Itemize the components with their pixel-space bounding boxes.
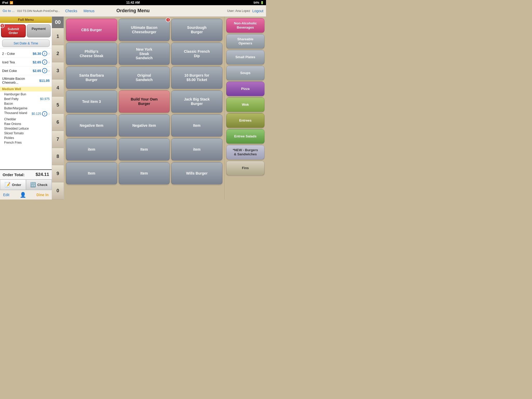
- order-total-bar: Order Total: $24.11: [0, 169, 52, 179]
- order-item-name: 2 - Coke: [2, 52, 15, 56]
- category-shareable[interactable]: ShareableOpeners: [226, 34, 264, 49]
- order-tab[interactable]: 📝 Order: [0, 179, 26, 190]
- menu-item-french-dip[interactable]: Classic FrenchDip: [171, 43, 222, 65]
- modifier-item: Thousand Island $0.125 i ›: [0, 111, 52, 117]
- category-small-plates[interactable]: Small Plates: [226, 50, 264, 64]
- battery-icon: 🔋: [260, 1, 264, 4]
- numpad-6[interactable]: 6: [52, 114, 64, 131]
- menu-item-original-sandwich[interactable]: OriginalSandwich: [119, 66, 170, 89]
- action-buttons: 5 Submit Order Payment: [0, 23, 52, 39]
- menu-item-negative-item[interactable]: Negative Item: [66, 114, 117, 137]
- order-item-row: Diet Coke $2.65 i ›: [0, 66, 52, 75]
- chevron-right-icon: ›: [48, 112, 50, 116]
- order-tab-icon: 📝: [5, 182, 10, 188]
- order-items-list: 2 - Coke $6.30 i › Iced Tea $2.65 i › Di…: [0, 48, 52, 169]
- menu-item-phillips[interactable]: Phillip'sCheese Steak: [66, 43, 117, 65]
- menu-row-3: Santa BarbaraBurger OriginalSandwich 10 …: [66, 66, 222, 89]
- check-tab[interactable]: 🔢 Check: [26, 179, 52, 190]
- modifier-item: Cheddar: [0, 117, 52, 122]
- menu-item-item-3[interactable]: Item: [119, 138, 170, 161]
- numpad-4[interactable]: 4: [52, 79, 64, 97]
- goto-button[interactable]: Go to ...: [3, 9, 15, 13]
- order-item-price: $2.65: [33, 60, 41, 64]
- numpad-2[interactable]: 2: [52, 45, 64, 62]
- modifier-item: Pickles: [0, 136, 52, 140]
- left-footer: Edit 👤 Dine In: [0, 190, 52, 200]
- category-wok[interactable]: Wok: [226, 97, 264, 112]
- menu-item-item-1[interactable]: Item: [171, 114, 222, 137]
- order-item-row: Iced Tea $2.65 i ›: [0, 58, 52, 66]
- logout-button[interactable]: Logout: [252, 9, 263, 13]
- menu-row-6: item Item item: [66, 138, 222, 161]
- menu-grid: CBS Burger Ultimate BaconCheeseburger 1 …: [64, 17, 224, 200]
- menu-item-test-item-3[interactable]: Test item 3: [66, 90, 117, 113]
- modifier-item: Bacon: [0, 101, 52, 106]
- menu-item-10-burgers[interactable]: 10 Burgers for$5.00 Ticket: [171, 66, 222, 89]
- menu-item-jack-big-stack[interactable]: Jack Big StackBurger: [171, 90, 222, 113]
- modifier-item: Hamburger Bun: [0, 92, 52, 97]
- order-total-amount: $24.11: [36, 172, 49, 177]
- numpad-9[interactable]: 9: [52, 165, 64, 182]
- numpad-display: 00: [52, 17, 64, 28]
- bottom-tabs: 📝 Order 🔢 Check: [0, 179, 52, 190]
- menu-item-item-5[interactable]: Item: [66, 162, 117, 184]
- menu-item-santa-barbara[interactable]: Santa BarbaraBurger: [66, 66, 117, 89]
- submit-order-button[interactable]: 5 Submit Order: [1, 24, 26, 37]
- left-panel: Full Menu 5 Submit Order Payment Set Dat…: [0, 17, 52, 200]
- category-entrees[interactable]: Entrees: [226, 113, 264, 128]
- modifier-item: Butter/Margarine: [0, 106, 52, 111]
- order-total-label: Order Total:: [3, 172, 25, 177]
- menu-item-ultimate-bacon[interactable]: Ultimate BaconCheeseburger 1: [119, 19, 170, 41]
- order-item-price: $11.05: [39, 79, 50, 83]
- numpad-5[interactable]: 5: [52, 97, 64, 114]
- menu-item-cbs-burger[interactable]: CBS Burger: [66, 19, 117, 41]
- status-bar: iPad 📶 11:42 AM 54% 🔋: [0, 0, 266, 5]
- menu-item-wills-burger[interactable]: Wills Burger: [171, 162, 222, 184]
- menu-item-sourdough[interactable]: SourdoughBurger: [171, 19, 222, 41]
- nav-info-label: 010 TS DIN NoAuth PrintOnPay...: [17, 9, 60, 12]
- menu-item-item-6[interactable]: Item: [119, 162, 170, 184]
- numpad-7[interactable]: 7: [52, 131, 64, 148]
- category-entree-salads[interactable]: Entree Salads: [226, 129, 264, 144]
- order-item-row: Ultimate Bacon Cheeseb... $11.05: [0, 75, 52, 86]
- order-item-name: Diet Coke: [2, 69, 17, 73]
- menu-item-newyork[interactable]: New YorkSteakSandwich: [119, 43, 170, 65]
- menu-row-2: Phillip'sCheese Steak New YorkSteakSandw…: [66, 43, 222, 65]
- person-icon[interactable]: 👤: [20, 192, 26, 198]
- category-new-burgers[interactable]: *NEW - Burgers& Sandwiches: [226, 145, 264, 159]
- info-button[interactable]: i: [42, 51, 47, 56]
- numpad-0[interactable]: 0: [52, 182, 64, 200]
- edit-button[interactable]: Edit: [3, 193, 9, 197]
- dine-in-button[interactable]: Dine In: [36, 193, 49, 197]
- numpad-1[interactable]: 1: [52, 28, 64, 45]
- menu-item-build-your-own[interactable]: Build Your OwnBurger: [119, 90, 170, 113]
- time-display: 11:42 AM: [126, 1, 140, 4]
- battery-label: 54%: [254, 1, 259, 4]
- modifier-label: Medium Well: [0, 87, 52, 91]
- numpad-3[interactable]: 3: [52, 62, 64, 79]
- menu-item-negative-item-2[interactable]: Negative item: [119, 114, 170, 137]
- info-button[interactable]: i: [42, 111, 47, 116]
- category-pizza[interactable]: Pizza: [226, 82, 264, 96]
- menu-item-item-4[interactable]: item: [171, 138, 222, 161]
- chevron-right-icon: ›: [48, 60, 50, 64]
- order-item-price: $6.30: [33, 52, 41, 56]
- payment-button[interactable]: Payment: [27, 24, 51, 37]
- menu-item-item-2[interactable]: item: [66, 138, 117, 161]
- info-button[interactable]: i: [42, 59, 47, 65]
- info-button[interactable]: i: [42, 68, 47, 73]
- chevron-right-icon: ›: [48, 69, 50, 73]
- chevron-right-icon: ›: [48, 51, 50, 56]
- numpad-8[interactable]: 8: [52, 148, 64, 165]
- category-soups[interactable]: Soups: [226, 66, 264, 80]
- modifier-item: Sliced Tomato: [0, 131, 52, 136]
- set-datetime-button[interactable]: Set Date & Time: [2, 39, 50, 47]
- full-menu-label: Full Menu: [0, 17, 52, 23]
- checks-button[interactable]: Checks: [65, 9, 77, 13]
- menu-row-1: CBS Burger Ultimate BaconCheeseburger 1 …: [66, 19, 222, 41]
- order-item-name: Iced Tea: [2, 60, 15, 64]
- menus-button[interactable]: Menus: [84, 9, 95, 13]
- category-non-alcoholic[interactable]: Non-AlcoholicBeverages: [226, 18, 264, 33]
- menu-row-5: Negative Item Negative item Item: [66, 114, 222, 137]
- category-fins[interactable]: Fins: [226, 161, 264, 175]
